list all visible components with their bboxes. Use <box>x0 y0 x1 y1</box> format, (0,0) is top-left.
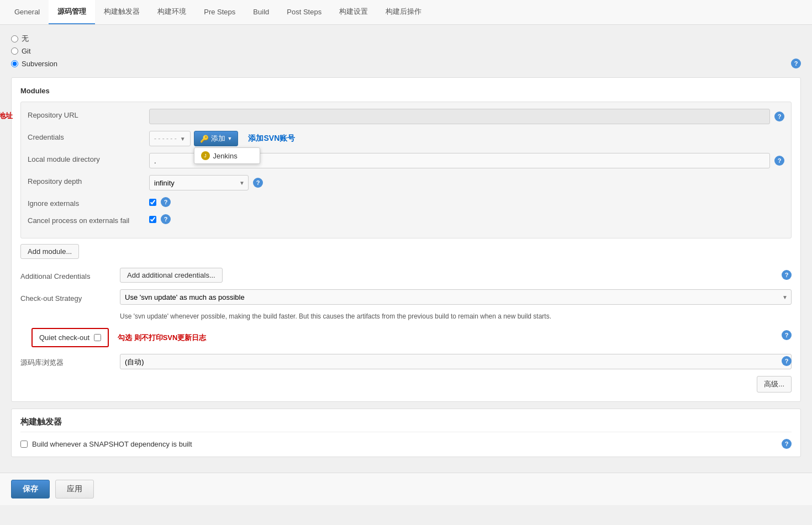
additional-creds-help-icon[interactable]: ? <box>782 270 792 280</box>
ignore-externals-checkbox[interactable] <box>149 199 156 206</box>
repo-depth-control: infinity empty files immediates ▼ ? <box>149 175 784 190</box>
repo-depth-label: Repository depth <box>28 175 149 185</box>
tab-general[interactable]: General <box>6 1 49 24</box>
build-trigger-title: 构建触发器 <box>20 417 792 432</box>
svn-address-annotation: SVN地址 <box>0 111 13 121</box>
quiet-checkout-help-icon[interactable]: ? <box>782 330 792 340</box>
snapshot-label: Build whenever a SNAPSHOT dependency is … <box>32 440 192 448</box>
save-button[interactable]: 保存 <box>11 480 50 499</box>
modules-section: SVN地址 Repository URL ? Credentials - - -… <box>20 102 792 238</box>
quiet-checkout-annotation: 勾选 则不打印SVN更新日志 <box>118 333 206 343</box>
jenkins-icon: J <box>201 151 210 160</box>
tab-source[interactable]: 源码管理 <box>49 0 95 24</box>
credentials-label: Credentials <box>28 131 149 141</box>
tab-bar: General 源码管理 构建触发器 构建环境 Pre Steps Build … <box>0 0 812 25</box>
repo-depth-help-icon[interactable]: ? <box>253 178 263 188</box>
additional-credentials-label: Additional Credentials <box>20 270 120 280</box>
apply-button[interactable]: 应用 <box>55 480 94 499</box>
local-dir-label: Local module directory <box>28 153 149 163</box>
quiet-checkout-checkbox[interactable] <box>94 334 101 341</box>
jenkins-menu-item[interactable]: J Jenkins <box>194 148 260 163</box>
cancel-externals-row: Cancel process on externals fail ? <box>28 214 784 225</box>
credentials-arrow-icon: ▼ <box>180 136 186 142</box>
key-icon: 🔑 <box>200 135 209 143</box>
local-dir-row: Local module directory ? <box>28 153 784 168</box>
checkout-strategy-row: Check-out Strategy Use 'svn update' as m… <box>20 289 792 305</box>
local-dir-help-icon[interactable]: ? <box>774 156 784 166</box>
checkout-strategy-select-wrap: Use 'svn update' as much as possible Alw… <box>120 289 792 305</box>
ignore-externals-help-icon[interactable]: ? <box>161 197 171 207</box>
radio-git-input[interactable] <box>11 47 18 55</box>
quiet-checkout-row: Quiet check-out 勾选 则不打印SVN更新日志 ? <box>20 328 792 347</box>
radio-svn-label: Subversion <box>22 60 57 68</box>
quiet-checkout-label: Quiet check-out <box>39 333 89 342</box>
source-browser-control: (自动) ▼ <box>120 354 792 369</box>
repo-url-label: Repository URL <box>28 109 149 119</box>
radio-none-label: 无 <box>22 34 29 44</box>
radio-none[interactable]: 无 <box>11 34 801 44</box>
tab-postbuild[interactable]: 构建后操作 <box>377 0 430 24</box>
radio-svn-input[interactable] <box>11 60 18 67</box>
checkout-strategy-control: Use 'svn update' as much as possible Alw… <box>120 289 792 305</box>
modules-title: Modules <box>20 87 792 95</box>
tab-build[interactable]: Build <box>244 1 278 24</box>
add-credentials-button[interactable]: 🔑 添加 ▼ <box>194 131 239 146</box>
svn-help-icon[interactable]: ? <box>791 59 801 68</box>
checkout-strategy-label: Check-out Strategy <box>20 292 120 303</box>
repo-url-help-icon[interactable]: ? <box>774 112 784 121</box>
repo-url-row: SVN地址 Repository URL ? <box>28 109 784 124</box>
svn-config-section: Modules SVN地址 Repository URL ? Credentia… <box>11 77 801 402</box>
snapshot-help-icon[interactable]: ? <box>782 439 792 449</box>
content-area: 无 Git Subversion ? Modules SVN地址 Reposit… <box>0 25 812 473</box>
cancel-externals-control: ? <box>149 214 784 224</box>
cancel-externals-help-icon[interactable]: ? <box>161 214 171 224</box>
tab-poststeps[interactable]: Post Steps <box>278 1 330 24</box>
credentials-mask: - - - - - - <box>154 135 177 142</box>
add-module-button[interactable]: Add module... <box>20 244 79 259</box>
radio-git[interactable]: Git <box>11 47 801 55</box>
add-module-wrap: Add module... <box>20 244 792 259</box>
credentials-select[interactable]: - - - - - - ▼ <box>149 131 191 146</box>
tab-presteps[interactable]: Pre Steps <box>195 1 244 24</box>
add-additional-credentials-button[interactable]: Add additional credentials... <box>120 268 223 283</box>
ignore-externals-label: Ignore externals <box>28 197 149 208</box>
cancel-externals-label: Cancel process on externals fail <box>28 214 149 225</box>
quiet-checkout-box: Quiet check-out <box>31 328 109 347</box>
repo-url-control: ? <box>149 109 784 124</box>
add-credentials-dropdown: J Jenkins <box>194 147 260 164</box>
ignore-externals-control: ? <box>149 197 784 207</box>
repo-depth-select[interactable]: infinity empty files immediates <box>149 175 249 190</box>
cancel-externals-checkbox[interactable] <box>149 216 156 223</box>
credentials-row: Credentials - - - - - - ▼ 🔑 添加 ▼ <box>28 131 784 146</box>
checkout-strategy-select[interactable]: Use 'svn update' as much as possible Alw… <box>120 289 792 305</box>
source-browser-select-wrap: (自动) ▼ <box>120 354 792 369</box>
add-svn-annotation: 添加SVN账号 <box>248 134 295 144</box>
bottom-bar: 保存 应用 <box>0 473 812 505</box>
add-btn-label: 添加 <box>211 134 225 144</box>
advanced-btn-wrap: 高级... <box>20 376 792 393</box>
radio-none-input[interactable] <box>11 35 18 43</box>
source-browser-select[interactable]: (自动) <box>120 354 792 369</box>
radio-svn[interactable]: Subversion ? <box>11 59 801 68</box>
source-browser-row: 源码库浏览器 (自动) ▼ ? <box>20 354 792 369</box>
tab-settings[interactable]: 构建设置 <box>330 0 377 24</box>
radio-git-label: Git <box>22 47 31 55</box>
snapshot-checkbox[interactable] <box>20 441 28 448</box>
source-browser-label: 源码库浏览器 <box>20 356 120 368</box>
repo-depth-select-wrap: infinity empty files immediates ▼ <box>149 175 249 190</box>
checkout-description: Use 'svn update' whenever possible, maki… <box>20 311 792 321</box>
repo-depth-row: Repository depth infinity empty files im… <box>28 175 784 190</box>
source-browser-help-icon[interactable]: ? <box>782 356 792 366</box>
advanced-button[interactable]: 高级... <box>757 376 792 393</box>
credentials-wrap: - - - - - - ▼ 🔑 添加 ▼ <box>149 131 238 146</box>
credentials-control: - - - - - - ▼ 🔑 添加 ▼ <box>149 131 784 146</box>
jenkins-menu-label: Jenkins <box>213 152 238 160</box>
repo-url-input[interactable] <box>149 109 770 124</box>
additional-credentials-row: Additional Credentials Add additional cr… <box>20 268 792 283</box>
add-credentials-container: 🔑 添加 ▼ J Jenkins <box>194 131 239 146</box>
add-btn-arrow-icon: ▼ <box>228 136 233 141</box>
tab-env[interactable]: 构建环境 <box>149 0 195 24</box>
tab-trigger[interactable]: 构建触发器 <box>95 0 149 24</box>
additional-credentials-control: Add additional credentials... <box>120 268 792 283</box>
ignore-externals-row: Ignore externals ? <box>28 197 784 208</box>
